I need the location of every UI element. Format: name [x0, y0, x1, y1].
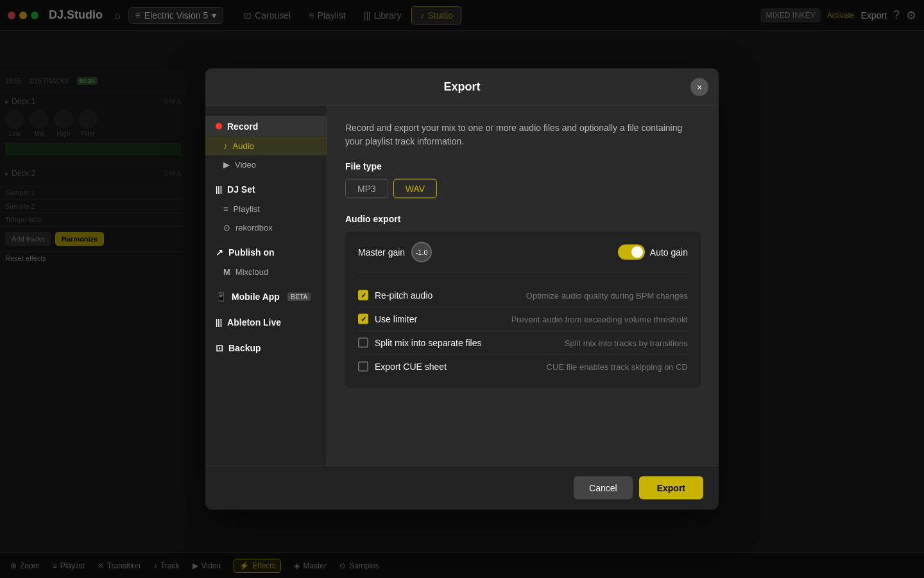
modal-main-content: Record and export your mix to one or mor… — [327, 106, 719, 466]
modal-body: Record ♪ Audio ▶ Video ||| DJ Set ≡ — [205, 106, 719, 466]
mixcloud-icon: M — [223, 267, 230, 277]
repitch-label: Re-pitch audio — [375, 290, 490, 301]
auto-gain-row: Auto gain — [618, 245, 688, 260]
playlist-sidebar-icon: ≡ — [223, 204, 228, 214]
master-gain-row: Master gain -1.0 Auto gain — [358, 242, 688, 274]
record-icon — [216, 123, 222, 130]
video-sidebar-icon: ▶ — [223, 160, 230, 170]
beta-badge: BETA — [287, 292, 311, 301]
limiter-desc: Prevent audio from exceeding volume thre… — [511, 314, 688, 324]
sidebar-item-backup[interactable]: ⊡ Backup — [205, 338, 327, 358]
option-cue: Export CUE sheet CUE file enables track … — [358, 355, 688, 378]
file-type-row: MP3 WAV — [345, 179, 701, 198]
sidebar-mixcloud-label: Mixcloud — [235, 267, 268, 277]
modal-close-button[interactable]: × — [690, 78, 708, 96]
ableton-icon: ||| — [216, 318, 222, 327]
sidebar-item-publish[interactable]: ↗ Publish on — [205, 242, 327, 263]
sidebar-ableton-label: Ableton Live — [227, 317, 281, 328]
sidebar-backup-label: Backup — [228, 343, 261, 353]
publish-icon: ↗ — [216, 247, 223, 258]
option-limiter: Use limiter Prevent audio from exceeding… — [358, 308, 688, 331]
sidebar-item-mobile[interactable]: 📱 Mobile App BETA — [205, 286, 327, 307]
backup-icon: ⊡ — [216, 343, 223, 353]
repitch-desc: Optimize audio quality during BPM change… — [526, 290, 688, 300]
sidebar-sub-audio[interactable]: ♪ Audio — [205, 137, 327, 155]
split-checkbox[interactable] — [358, 338, 368, 348]
main-description: Record and export your mix to one or mor… — [345, 121, 701, 148]
auto-gain-label: Auto gain — [650, 247, 688, 258]
sidebar-item-record[interactable]: Record — [205, 116, 327, 137]
file-type-wav[interactable]: WAV — [393, 179, 437, 198]
master-gain-knob[interactable]: -1.0 — [411, 242, 432, 263]
option-split: Split mix into separate files Split mix … — [358, 331, 688, 355]
export-modal: Export × Record ♪ Audio ▶ Video — [205, 69, 719, 510]
sidebar-sub-video[interactable]: ▶ Video — [205, 155, 327, 174]
sidebar-djset-label: DJ Set — [227, 184, 255, 195]
sidebar-publish-label: Publish on — [228, 247, 275, 258]
mobile-icon: 📱 — [216, 292, 227, 302]
gain-value: -1.0 — [416, 249, 428, 256]
limiter-checkbox[interactable] — [358, 314, 368, 324]
sidebar-sub-playlist[interactable]: ≡ Playlist — [205, 200, 327, 218]
modal-title: Export — [443, 80, 480, 94]
audio-export-box: Master gain -1.0 Auto gain Re-pitch audi… — [345, 232, 701, 389]
cancel-button[interactable]: Cancel — [574, 477, 633, 500]
export-button[interactable]: Export — [639, 477, 703, 500]
rekordbox-icon: ⊙ — [223, 223, 230, 232]
sidebar-section-backup: ⊡ Backup — [205, 338, 327, 358]
sidebar-section-publish: ↗ Publish on M Mixcloud — [205, 242, 327, 281]
limiter-label: Use limiter — [375, 314, 490, 324]
sidebar-sub-mixcloud[interactable]: M Mixcloud — [205, 263, 327, 281]
master-gain-label: Master gain — [358, 247, 405, 258]
sidebar-section-record: Record ♪ Audio ▶ Video — [205, 116, 327, 174]
sidebar-section-djset: ||| DJ Set ≡ Playlist ⊙ rekordbox — [205, 179, 327, 237]
sidebar-section-ableton: ||| Ableton Live — [205, 312, 327, 333]
audio-export-label: Audio export — [345, 214, 701, 224]
sidebar-mobile-label: Mobile App — [232, 292, 280, 302]
sidebar-rekordbox-label: rekordbox — [235, 223, 273, 232]
modal-footer: Cancel Export — [205, 466, 719, 510]
modal-sidebar: Record ♪ Audio ▶ Video ||| DJ Set ≡ — [205, 106, 327, 466]
auto-gain-toggle[interactable] — [618, 245, 645, 260]
file-type-label: File type — [345, 161, 701, 171]
audio-icon: ♪ — [223, 141, 228, 151]
option-repitch: Re-pitch audio Optimize audio quality du… — [358, 284, 688, 308]
sidebar-sub-rekordbox[interactable]: ⊙ rekordbox — [205, 218, 327, 237]
file-type-mp3[interactable]: MP3 — [345, 179, 388, 198]
cue-label: Export CUE sheet — [375, 362, 490, 372]
modal-header: Export × — [205, 69, 719, 106]
cue-checkbox[interactable] — [358, 362, 368, 372]
sidebar-video-label: Video — [235, 160, 256, 170]
cue-desc: CUE file enables track skipping on CD — [547, 362, 688, 371]
split-desc: Split mix into tracks by transitions — [565, 338, 688, 347]
repitch-checkbox[interactable] — [358, 290, 368, 301]
sidebar-item-ableton[interactable]: ||| Ableton Live — [205, 312, 327, 333]
djset-icon: ||| — [216, 185, 222, 194]
sidebar-audio-label: Audio — [233, 141, 254, 151]
split-label: Split mix into separate files — [375, 338, 490, 348]
sidebar-playlist-label: Playlist — [234, 204, 260, 214]
sidebar-item-djset[interactable]: ||| DJ Set — [205, 179, 327, 200]
sidebar-section-mobile: 📱 Mobile App BETA — [205, 286, 327, 307]
sidebar-record-label: Record — [227, 121, 258, 132]
